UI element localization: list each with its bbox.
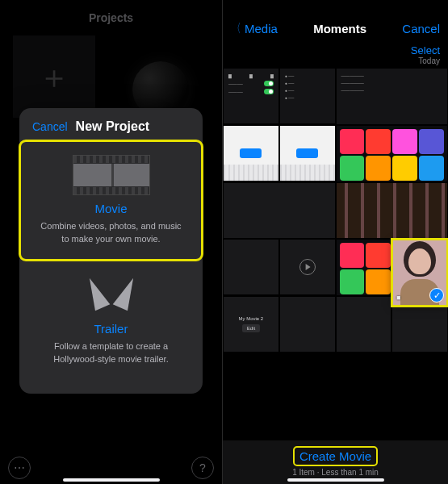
- toggle-on-icon: [264, 89, 274, 94]
- app-icon: [340, 269, 365, 294]
- thumbnail[interactable]: [337, 126, 448, 182]
- app-icon: [340, 156, 365, 181]
- bottom-toolbar: Create Movie 1 Item · Less than 1 min: [223, 440, 448, 484]
- app-icon: [366, 156, 391, 181]
- media-nav: 〈 Media Moments Cancel: [223, 16, 448, 43]
- app-icon: [340, 243, 365, 268]
- thumbnail[interactable]: ▇▇▇ ───── ─────: [224, 69, 278, 123]
- thumbnail-video[interactable]: [280, 240, 335, 294]
- select-link[interactable]: Select: [411, 44, 440, 56]
- film-icon: [73, 155, 150, 195]
- section-date: Today: [418, 56, 440, 65]
- section-header: Select Today: [223, 43, 448, 69]
- phone-left: Projects ＋ Cancel New Project Movie Comb…: [0, 0, 223, 484]
- status-bar: [223, 0, 448, 16]
- new-project-sheet: Cancel New Project Movie Combine videos,…: [19, 108, 203, 394]
- thumbnail[interactable]: ──────── ──────── ────────: [337, 69, 448, 124]
- projects-header: Projects: [0, 0, 222, 32]
- thumbnail[interactable]: [337, 183, 448, 239]
- app-icon: [419, 129, 444, 154]
- app-icon: [340, 129, 365, 154]
- more-button[interactable]: ⋯: [8, 457, 31, 479]
- back-button[interactable]: 〈 Media: [231, 21, 278, 36]
- cancel-button[interactable]: Cancel: [32, 120, 68, 133]
- checkmark-selected-icon: ✓: [429, 288, 444, 302]
- plus-icon: ＋: [38, 55, 70, 99]
- app-icon: [419, 156, 444, 181]
- cancel-button[interactable]: Cancel: [402, 22, 440, 35]
- option-movie[interactable]: Movie Combine videos, photos, and music …: [21, 142, 201, 259]
- home-indicator[interactable]: [63, 478, 160, 482]
- thumbnail[interactable]: [224, 240, 278, 294]
- mymovie-label: My Movie 2: [239, 316, 264, 321]
- thumbnail[interactable]: [392, 297, 447, 352]
- new-project-tile[interactable]: ＋: [13, 35, 95, 118]
- thumbnail[interactable]: [337, 297, 391, 352]
- option-movie-desc: Combine videos, photos, and music to mak…: [32, 220, 190, 246]
- option-movie-title: Movie: [32, 202, 190, 215]
- spotlight-icon: [83, 272, 140, 317]
- create-movie-button[interactable]: Create Movie: [295, 448, 376, 465]
- toggle-on-icon: [264, 81, 274, 86]
- thumbnail[interactable]: ● ── ● ── ● ── ● ──: [280, 69, 335, 123]
- selection-meta: 1 Item · Less than 1 min: [292, 468, 379, 477]
- mymovie-chip: Edit: [242, 324, 260, 332]
- app-icon: [366, 243, 391, 268]
- help-button[interactable]: ?: [191, 457, 214, 479]
- selected-thumbnail[interactable]: ■ ✓: [393, 240, 446, 305]
- video-icon: ■: [396, 294, 400, 302]
- option-trailer[interactable]: Trailer Follow a template to create a Ho…: [19, 259, 203, 379]
- sheet-title: New Project: [76, 119, 150, 134]
- thumbnail[interactable]: [280, 126, 335, 181]
- thumbnail[interactable]: [224, 183, 335, 239]
- media-grid: ▇▇▇ ───── ───── ● ── ● ── ● ── ● ── ────…: [223, 69, 448, 352]
- option-trailer-desc: Follow a template to create a Hollywood-…: [31, 340, 191, 366]
- thumbnail[interactable]: [280, 297, 335, 352]
- page-title: Moments: [313, 22, 366, 35]
- app-icon: [392, 129, 417, 154]
- back-label: Media: [245, 22, 278, 35]
- thumbnail-mymovie[interactable]: My Movie 2 Edit: [224, 297, 278, 352]
- phone-right: 〈 Media Moments Cancel Select Today ▇▇▇ …: [223, 0, 448, 484]
- option-trailer-title: Trailer: [31, 322, 191, 336]
- app-icon: [366, 269, 391, 294]
- app-icon: [366, 129, 391, 154]
- thumbnail[interactable]: [224, 126, 278, 181]
- home-indicator[interactable]: [287, 478, 384, 482]
- app-icon: [392, 156, 417, 181]
- chevron-left-icon: 〈: [233, 21, 241, 36]
